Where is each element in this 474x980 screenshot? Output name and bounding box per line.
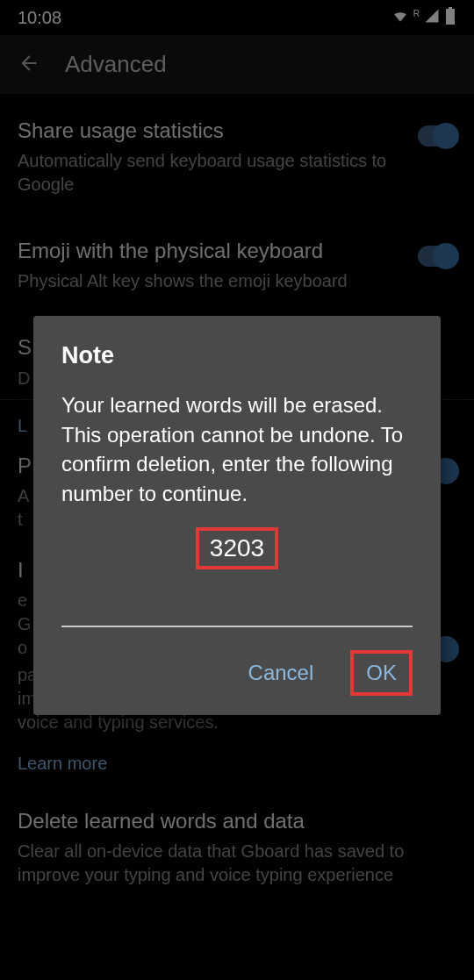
cellular-icon [423, 8, 441, 28]
app-bar: Advanced [0, 35, 474, 94]
confirm-dialog: Note Your learned words will be erased. … [33, 316, 441, 715]
dialog-actions: Cancel OK [61, 650, 413, 696]
setting-title: Share usage statistics [18, 117, 400, 144]
status-bar: 10:08 R [0, 0, 474, 35]
toggle-switch[interactable] [418, 246, 456, 267]
status-icons: R [391, 7, 456, 29]
dialog-confirmation-code: 3203 [196, 527, 278, 569]
dialog-code-input[interactable] [61, 594, 413, 627]
toggle-switch[interactable] [418, 125, 456, 147]
page-title: Advanced [65, 51, 167, 78]
setting-title: Delete learned words and data [18, 807, 456, 834]
ok-button[interactable]: OK [354, 654, 409, 692]
setting-emoji-physical[interactable]: Emoji with the physical keyboard Physica… [18, 214, 456, 311]
dialog-message: Your learned words will be erased. This … [61, 390, 413, 508]
setting-desc: Physical Alt key shows the emoji keyboar… [18, 269, 400, 293]
learn-more-link[interactable]: Learn more [18, 743, 456, 784]
wifi-icon [391, 8, 410, 28]
back-arrow-icon[interactable] [18, 52, 40, 78]
status-time: 10:08 [18, 8, 61, 28]
setting-delete-learned[interactable]: Delete learned words and data Clear all … [18, 784, 456, 905]
setting-desc: Clear all on-device data that Gboard has… [18, 840, 456, 887]
setting-title: Emoji with the physical keyboard [18, 237, 400, 264]
cancel-button[interactable]: Cancel [236, 654, 327, 692]
setting-share-usage[interactable]: Share usage statistics Automatically sen… [18, 94, 456, 214]
battery-icon [444, 7, 456, 29]
signal-badge: R [413, 9, 420, 18]
setting-desc: Automatically send keyboard usage statis… [18, 149, 400, 197]
dialog-title: Note [61, 342, 413, 369]
